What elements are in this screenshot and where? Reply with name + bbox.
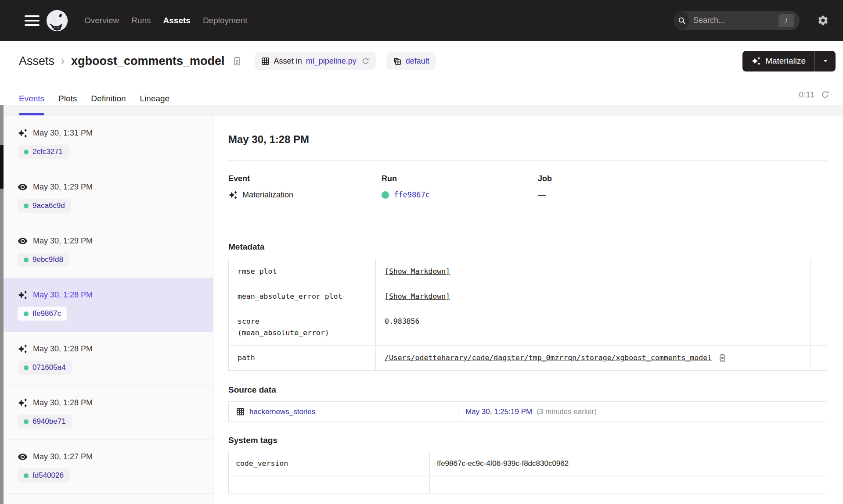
run-id-pill[interactable]: 071605a4	[18, 361, 72, 375]
run-id-link[interactable]: fd540026	[32, 471, 64, 480]
copy-asset-name-icon[interactable]	[232, 56, 242, 66]
observation-eye-icon	[18, 236, 28, 246]
run-id-link[interactable]: ffe9867c	[394, 189, 430, 200]
source-data-table: hackernews_stories May 30, 1:25:19 PM (3…	[228, 401, 827, 422]
storage-path-link[interactable]: /Users/odetteharary/code/dagster/tmp_0mz…	[385, 352, 712, 364]
table-row: rmse plot [Show Markdown]	[229, 259, 827, 284]
metadata-key: rmse plot	[229, 259, 376, 284]
metadata-value: 0.983856	[385, 316, 419, 327]
reload-definitions-icon[interactable]	[361, 57, 370, 65]
table-row: mean_absolute_error plot [Show Markdown]	[229, 284, 827, 309]
run-id-link[interactable]: 9aca6c9d	[32, 201, 65, 210]
run-id-pill[interactable]: ffe9867c	[18, 307, 67, 321]
show-markdown-link[interactable]: [Show Markdown]	[385, 266, 450, 277]
event-heading: May 30, 1:28 PM	[228, 133, 827, 146]
run-status-dot	[24, 473, 29, 478]
materialize-dropdown-button[interactable]	[815, 51, 836, 71]
event-time: May 30, 1:27 PM	[33, 452, 93, 461]
nav-item-deployment[interactable]: Deployment	[203, 16, 247, 25]
refresh-icon[interactable]	[821, 90, 830, 99]
run-status-dot	[24, 150, 29, 154]
tab-plots[interactable]: Plots	[58, 81, 77, 116]
metadata-title: Metadata	[228, 242, 827, 252]
table-row	[229, 475, 827, 493]
nav-item-runs[interactable]: Runs	[131, 16, 151, 25]
search-shortcut-key: /	[778, 14, 794, 27]
asset-name-title: xgboost_comments_model	[71, 54, 225, 68]
materialize-button[interactable]: Materialize	[742, 51, 814, 71]
run-id-link[interactable]: 2cfc3271	[32, 147, 63, 156]
menu-icon[interactable]	[25, 15, 40, 26]
nav-item-assets[interactable]: Assets	[163, 16, 191, 25]
event-label: Event	[228, 174, 382, 183]
tab-definition[interactable]: Definition	[91, 81, 126, 116]
global-search[interactable]: /	[674, 11, 800, 30]
materialization-sparkle-icon	[228, 190, 238, 200]
run-status-dot	[382, 191, 389, 199]
run-status-dot	[24, 365, 29, 370]
tag-key	[229, 475, 430, 493]
run-id-pill[interactable]: 2cfc3271	[18, 145, 69, 159]
sparkle-icon	[751, 56, 761, 66]
pipeline-file-link[interactable]: ml_pipeline.py	[306, 57, 357, 66]
system-tags-title: System tags	[228, 435, 827, 446]
tab-events[interactable]: Events	[19, 81, 44, 116]
show-markdown-link[interactable]: [Show Markdown]	[385, 291, 450, 302]
event-time: May 30, 1:29 PM	[33, 182, 93, 192]
dagster-logo-icon[interactable]	[46, 9, 68, 32]
table-spacer-cell	[810, 259, 827, 284]
table-spacer-cell	[810, 309, 827, 345]
run-status-dot	[24, 419, 29, 424]
event-summary: Event Materialization Run ffe9867c Job —	[228, 174, 827, 200]
source-asset-link[interactable]: hackernews_stories	[249, 407, 315, 416]
source-timestamp-link[interactable]: May 30, 1:25:19 PM	[465, 407, 532, 416]
source-data-title: Source data	[228, 385, 827, 395]
search-icon	[675, 12, 689, 29]
system-tags-table: code_version ffe9867c-ec9c-4f06-939c-f8d…	[228, 452, 827, 493]
event-list-item[interactable]: May 30, 1:31 PM 2cfc3271	[0, 116, 213, 170]
event-list-item[interactable]: May 30, 1:28 PM 6940be71	[0, 386, 213, 440]
run-id-link[interactable]: ffe9867c	[32, 309, 61, 318]
copy-path-icon[interactable]	[718, 353, 727, 362]
run-id-link[interactable]: 071605a4	[32, 363, 66, 372]
event-time: May 30, 1:29 PM	[33, 236, 93, 246]
breadcrumb-separator: ›	[61, 55, 65, 67]
divider	[228, 160, 827, 161]
metadata-key: score (mean_absolute_error)	[229, 309, 376, 345]
run-id-pill[interactable]: 6940be71	[18, 415, 72, 429]
source-time-cell: May 30, 1:25:19 PM (3 minutes earlier)	[458, 402, 827, 422]
event-list-item[interactable]: May 30, 1:29 PM 9aca6c9d	[0, 170, 213, 224]
divider	[228, 231, 827, 231]
event-list-item-selected[interactable]: May 30, 1:28 PM ffe9867c	[0, 278, 213, 332]
run-id-pill[interactable]: 9ebc9fd8	[18, 253, 69, 267]
tabs-bar: Events Plots Definition Lineage 0:11	[0, 81, 843, 116]
event-type-value: Materialization	[242, 189, 293, 200]
asset-location-badge[interactable]: Asset in ml_pipeline.py	[255, 52, 376, 70]
event-time: May 30, 1:28 PM	[33, 290, 93, 300]
breadcrumb-assets-link[interactable]: Assets	[19, 54, 54, 68]
refresh-timer: 0:11	[799, 81, 830, 108]
table-row: path /Users/odetteharary/code/dagster/tm…	[229, 346, 827, 370]
metadata-table: rmse plot [Show Markdown] mean_absolute_…	[228, 259, 827, 371]
tag-key: code_version	[229, 452, 430, 475]
run-label: Run	[382, 174, 538, 183]
content: May 30, 1:31 PM 2cfc3271 May 30, 1:29 PM…	[0, 116, 843, 504]
run-id-pill[interactable]: fd540026	[18, 468, 70, 483]
run-id-pill[interactable]: 9aca6c9d	[18, 199, 71, 213]
tab-lineage[interactable]: Lineage	[140, 81, 170, 116]
materialize-label: Materialize	[765, 56, 806, 66]
run-id-link[interactable]: 9ebc9fd8	[32, 255, 63, 264]
nav-item-overview[interactable]: Overview	[84, 16, 119, 25]
source-relative-time: (3 minutes earlier)	[537, 407, 597, 416]
materialization-sparkle-icon	[18, 128, 28, 138]
event-list-item[interactable]: May 30, 1:27 PM fd540026	[0, 440, 213, 494]
settings-gear-icon[interactable]	[817, 14, 829, 26]
event-list-item[interactable]: May 30, 1:29 PM 9ebc9fd8	[0, 224, 213, 278]
repo-default-link[interactable]: default	[406, 57, 429, 66]
repo-layers-icon	[393, 57, 402, 66]
event-time: May 30, 1:31 PM	[33, 129, 93, 138]
asset-grid-icon	[236, 407, 245, 416]
event-list-item[interactable]: May 30, 1:28 PM 071605a4	[0, 332, 213, 386]
run-id-link[interactable]: 6940be71	[32, 417, 66, 426]
repo-badge[interactable]: default	[386, 52, 436, 70]
